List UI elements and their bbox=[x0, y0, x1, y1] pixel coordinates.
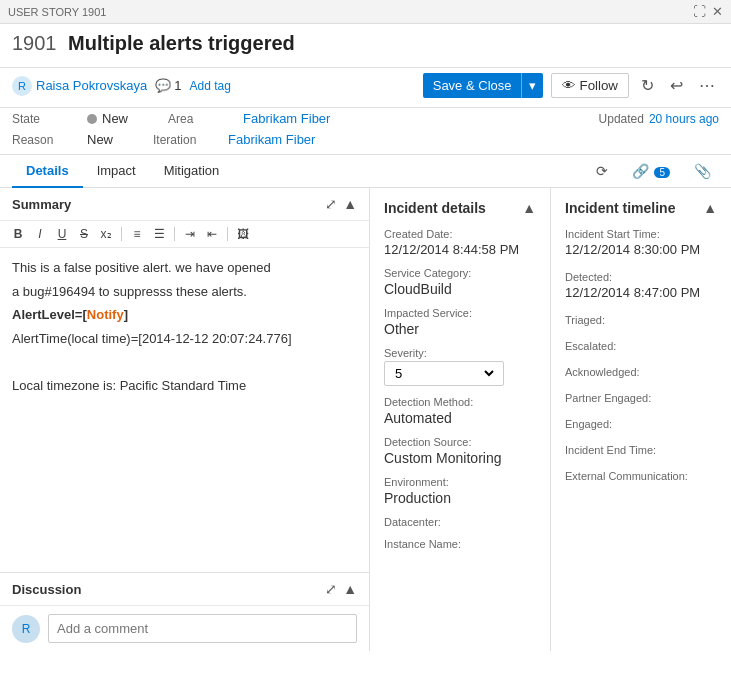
detection-method-field: Detection Method: Automated bbox=[384, 396, 536, 426]
assigned-user[interactable]: R Raisa Pokrovskaya bbox=[12, 76, 147, 96]
service-category-value: CloudBuild bbox=[384, 281, 536, 297]
editor-toolbar: B I U S x₂ ≡ ☰ ⇥ ⇤ 🖼 bbox=[0, 221, 369, 248]
updated-text: Updated bbox=[599, 112, 644, 126]
work-item-title: 1901 Multiple alerts triggered bbox=[12, 32, 719, 55]
editor-ordered-list-button[interactable]: ≡ bbox=[127, 225, 147, 243]
history-icon[interactable]: ⟳ bbox=[588, 157, 616, 185]
editor-divider-2 bbox=[174, 227, 175, 241]
editor-divider-3 bbox=[227, 227, 228, 241]
detection-source-value: Custom Monitoring bbox=[384, 450, 536, 466]
reason-text: New bbox=[87, 132, 113, 147]
iteration-value[interactable]: Fabrikam Fiber bbox=[228, 132, 315, 147]
follow-button[interactable]: 👁 Follow bbox=[551, 73, 629, 98]
incident-details-collapse-icon[interactable]: ▲ bbox=[522, 200, 536, 216]
editor-underline-button[interactable]: U bbox=[52, 225, 72, 243]
meta-row-reason: Reason New Iteration Fabrikam Fiber bbox=[0, 129, 731, 150]
comment-icon: 💬 bbox=[155, 78, 171, 93]
environment-label: Environment: bbox=[384, 476, 536, 488]
created-date-value: 12/12/2014 8:44:58 PM bbox=[384, 242, 536, 257]
discussion-section-header: Discussion ⤢ ▲ bbox=[0, 573, 369, 606]
detection-method-value: Automated bbox=[384, 410, 536, 426]
editor-divider-1 bbox=[121, 227, 122, 241]
editor-line1: This is a false positive alert. we have … bbox=[12, 258, 357, 278]
editor-bold-button[interactable]: B bbox=[8, 225, 28, 243]
state-text: New bbox=[102, 111, 128, 126]
save-close-label: Save & Close bbox=[423, 73, 522, 98]
reason-label: Reason bbox=[12, 133, 67, 147]
comment-button[interactable]: 💬 1 bbox=[155, 78, 181, 93]
editor-alert-time: AlertTime(local time)=[2014-12-12 20:07:… bbox=[12, 329, 357, 349]
editor-outdent-button[interactable]: ⇤ bbox=[202, 225, 222, 243]
links-badge: 5 bbox=[654, 167, 670, 178]
tab-details[interactable]: Details bbox=[12, 155, 83, 188]
editor-indent-button[interactable]: ⇥ bbox=[180, 225, 200, 243]
editor-image-button[interactable]: 🖼 bbox=[233, 225, 253, 243]
maximize-icon[interactable]: ⛶ bbox=[693, 4, 706, 19]
detected-label: Detected: bbox=[565, 271, 717, 283]
detected-value: 12/12/2014 8:47:00 PM bbox=[565, 285, 717, 300]
incident-timeline-label: Incident timeline bbox=[565, 200, 675, 216]
tabs-bar: Details Impact Mitigation ⟳ 🔗 5 📎 bbox=[0, 155, 731, 188]
incident-timeline-collapse-icon[interactable]: ▲ bbox=[703, 200, 717, 216]
created-date-field: Created Date: 12/12/2014 8:44:58 PM bbox=[384, 228, 536, 257]
acknowledged-label: Acknowledged: bbox=[565, 366, 717, 378]
editor-unordered-list-button[interactable]: ☰ bbox=[149, 225, 169, 243]
save-close-button[interactable]: Save & Close ▾ bbox=[423, 73, 544, 98]
datacenter-field: Datacenter: bbox=[384, 516, 536, 528]
content-area: Summary ⤢ ▲ B I U S x₂ ≡ ☰ ⇥ ⇤ 🖼 This is… bbox=[0, 188, 731, 651]
discussion-collapse-icon[interactable]: ▲ bbox=[343, 581, 357, 597]
save-close-dropdown-arrow[interactable]: ▾ bbox=[521, 73, 543, 98]
summary-expand-icon[interactable]: ⤢ bbox=[325, 196, 337, 212]
detection-method-label: Detection Method: bbox=[384, 396, 536, 408]
attachment-icon[interactable]: 📎 bbox=[686, 157, 719, 185]
start-time-value: 12/12/2014 8:30:00 PM bbox=[565, 242, 717, 257]
impacted-service-label: Impacted Service: bbox=[384, 307, 536, 319]
triaged-label: Triaged: bbox=[565, 314, 717, 326]
summary-title: Summary bbox=[12, 197, 71, 212]
comment-count: 1 bbox=[174, 78, 181, 93]
tab-mitigation[interactable]: Mitigation bbox=[150, 155, 234, 188]
created-date-label: Created Date: bbox=[384, 228, 536, 240]
editor-empty bbox=[12, 352, 357, 372]
partner-engaged-label: Partner Engaged: bbox=[565, 392, 717, 404]
toolbar: R Raisa Pokrovskaya 💬 1 Add tag Save & C… bbox=[0, 68, 731, 108]
links-icon[interactable]: 🔗 5 bbox=[624, 157, 678, 185]
assigned-user-name: Raisa Pokrovskaya bbox=[36, 78, 147, 93]
more-button[interactable]: ⋯ bbox=[695, 72, 719, 99]
end-time-field: Incident End Time: bbox=[565, 444, 717, 456]
service-category-field: Service Category: CloudBuild bbox=[384, 267, 536, 297]
summary-collapse-icon[interactable]: ▲ bbox=[343, 196, 357, 212]
start-time-field: Incident Start Time: 12/12/2014 8:30:00 … bbox=[565, 228, 717, 257]
engaged-field: Engaged: bbox=[565, 418, 717, 430]
instance-name-field: Instance Name: bbox=[384, 538, 536, 550]
impacted-service-field: Impacted Service: Other bbox=[384, 307, 536, 337]
escalated-field: Escalated: bbox=[565, 340, 717, 352]
refresh-button[interactable]: ↻ bbox=[637, 72, 658, 99]
severity-select-input[interactable]: 5 1234 bbox=[391, 365, 497, 382]
severity-field: Severity: 5 1234 bbox=[384, 347, 536, 386]
iteration-label: Iteration bbox=[153, 133, 208, 147]
severity-select[interactable]: 5 1234 bbox=[384, 361, 504, 386]
detected-field: Detected: 12/12/2014 8:47:00 PM bbox=[565, 271, 717, 300]
incident-details-title: Incident details ▲ bbox=[384, 200, 536, 216]
close-icon[interactable]: ✕ bbox=[712, 4, 723, 19]
editor-strikethrough-button[interactable]: S bbox=[74, 225, 94, 243]
partner-engaged-field: Partner Engaged: bbox=[565, 392, 717, 404]
title-bar-label: USER STORY 1901 bbox=[8, 6, 106, 18]
discussion-expand-icon[interactable]: ⤢ bbox=[325, 581, 337, 597]
discussion-section: Discussion ⤢ ▲ R bbox=[0, 572, 369, 651]
severity-label: Severity: bbox=[384, 347, 536, 359]
reason-value: New bbox=[87, 132, 113, 147]
discussion-comment-input[interactable] bbox=[48, 614, 357, 643]
editor-subscript-button[interactable]: x₂ bbox=[96, 225, 116, 243]
editor-content[interactable]: This is a false positive alert. we have … bbox=[0, 248, 369, 572]
undo-button[interactable]: ↩ bbox=[666, 72, 687, 99]
area-value[interactable]: Fabrikam Fiber bbox=[243, 111, 330, 126]
tab-impact[interactable]: Impact bbox=[83, 155, 150, 188]
editor-italic-button[interactable]: I bbox=[30, 225, 50, 243]
external-comm-label: External Communication: bbox=[565, 470, 717, 482]
escalated-label: Escalated: bbox=[565, 340, 717, 352]
add-tag-button[interactable]: Add tag bbox=[190, 79, 231, 93]
end-time-label: Incident End Time: bbox=[565, 444, 717, 456]
incident-details-label: Incident details bbox=[384, 200, 486, 216]
